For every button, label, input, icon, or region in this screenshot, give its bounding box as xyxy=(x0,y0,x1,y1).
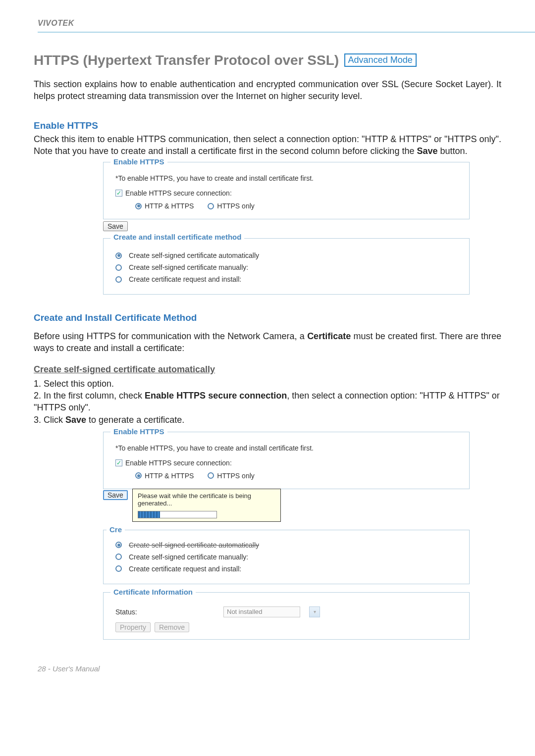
header-divider xyxy=(38,32,535,33)
status-value-field: Not installed xyxy=(223,606,300,617)
chevron-down-icon: ▾ xyxy=(314,609,316,614)
enable-body-2: button. xyxy=(437,146,467,156)
radio-label-1-2: HTTP & HTTPS xyxy=(145,472,194,480)
cert-method-fieldset-2: Cre Create self-signed certificate autom… xyxy=(103,530,470,584)
radio-icon xyxy=(115,554,122,560)
cert-option-request-label-2: Create certificate request and install: xyxy=(129,565,241,573)
step-1: 1. Select this option. xyxy=(34,378,501,390)
enable-https-checkbox-label: Enable HTTPS secure connection: xyxy=(125,189,232,197)
cert-body-1: Before using HTTPS for communication wit… xyxy=(34,331,307,341)
auto-cert-steps: 1. Select this option. 2. In the first c… xyxy=(34,378,501,426)
cert-body-bold: Certificate xyxy=(307,331,351,341)
cert-method-fieldset: Create and install certificate method Cr… xyxy=(103,238,470,295)
cert-option-request[interactable]: Create certificate request and install: xyxy=(115,275,461,283)
cert-option-manual-label: Create self-signed certificate manually: xyxy=(129,263,248,271)
radio-https-only-2[interactable]: HTTPS only xyxy=(208,472,254,480)
radio-label-1: HTTP & HTTPS xyxy=(145,202,194,210)
save-button[interactable]: Save xyxy=(103,221,128,231)
cert-option-manual-2[interactable]: Create self-signed certificate manually: xyxy=(115,553,461,561)
enable-https-legend-2: Enable HTTPS xyxy=(110,427,167,436)
cert-method-heading: Create and Install Certificate Method xyxy=(34,312,501,323)
radio-label-2: HTTPS only xyxy=(217,202,254,210)
enable-https-hint-2: *To enable HTTPS, you have to create and… xyxy=(115,444,457,452)
radio-http-and-https-2[interactable]: HTTP & HTTPS xyxy=(135,472,194,480)
remove-button: Remove xyxy=(155,622,189,632)
page-footer: 28 - User's Manual xyxy=(0,664,535,693)
enable-https-checkbox-row[interactable]: ✓ Enable HTTPS secure connection: xyxy=(115,189,461,197)
enable-body-bold: Save xyxy=(417,146,437,156)
radio-icon xyxy=(115,565,122,572)
cert-method-legend-partial: Cre xyxy=(107,525,125,534)
enable-https-legend: Enable HTTPS xyxy=(110,157,167,166)
radio-icon xyxy=(115,252,122,259)
radio-icon xyxy=(135,472,142,479)
radio-icon xyxy=(208,472,214,479)
enable-https-hint: *To enable HTTPS, you have to create and… xyxy=(115,174,457,182)
brand-label: VIVOTEK xyxy=(38,19,535,28)
cert-option-auto-label-struck: Create self-signed certificate automatic… xyxy=(129,541,259,549)
cert-option-manual[interactable]: Create self-signed certificate manually: xyxy=(115,263,461,271)
cert-option-auto-label: Create self-signed certificate automatic… xyxy=(129,252,259,259)
tooltip-text: Please wait while the certificate is bei… xyxy=(138,492,275,507)
auto-cert-subheading: Create self-signed certificate automatic… xyxy=(34,364,501,375)
enable-https-checkbox[interactable]: ✓ xyxy=(115,190,122,197)
enable-https-fieldset-2: Enable HTTPS *To enable HTTPS, you have … xyxy=(103,432,470,489)
enable-https-panel-1: Enable HTTPS *To enable HTTPS, you have … xyxy=(103,162,470,295)
cert-option-request-label: Create certificate request and install: xyxy=(129,275,241,283)
intro-paragraph: This section explains how to enable auth… xyxy=(34,78,501,102)
status-dropdown-button: ▾ xyxy=(309,606,320,617)
enable-https-checkbox[interactable]: ✓ xyxy=(115,459,122,466)
enable-https-panel-2: Enable HTTPS *To enable HTTPS, you have … xyxy=(103,432,470,640)
progress-bar xyxy=(138,511,217,518)
status-label: Status: xyxy=(115,608,214,616)
cert-option-auto[interactable]: Create self-signed certificate automatic… xyxy=(115,252,461,259)
enable-https-checkbox-row-2[interactable]: ✓ Enable HTTPS secure connection: xyxy=(115,459,461,467)
enable-https-fieldset: Enable HTTPS *To enable HTTPS, you have … xyxy=(103,162,470,219)
radio-http-and-https[interactable]: HTTP & HTTPS xyxy=(135,202,194,210)
radio-icon xyxy=(115,542,122,548)
cert-info-legend: Certificate Information xyxy=(110,588,196,596)
enable-https-checkbox-label-2: Enable HTTPS secure connection: xyxy=(125,459,232,467)
page-title: HTTPS (Hypertext Transfer Protocol over … xyxy=(34,52,339,68)
radio-icon xyxy=(115,276,122,283)
cert-option-auto-2[interactable]: Create self-signed certificate automatic… xyxy=(115,541,461,549)
step-3: 3. Click Save to generate a certificate. xyxy=(34,414,501,426)
cert-info-fieldset: Certificate Information Status: Not inst… xyxy=(103,592,470,640)
property-button: Property xyxy=(115,622,151,632)
save-button-focused[interactable]: Save xyxy=(103,490,128,500)
radio-icon xyxy=(208,203,214,209)
enable-https-heading: Enable HTTPS xyxy=(34,120,501,131)
radio-icon xyxy=(115,264,122,271)
radio-https-only[interactable]: HTTPS only xyxy=(208,202,254,210)
radio-icon xyxy=(135,203,142,209)
step-2: 2. In the first column, check Enable HTT… xyxy=(34,390,501,414)
cert-method-legend: Create and install certificate method xyxy=(110,233,244,241)
cert-option-request-2[interactable]: Create certificate request and install: xyxy=(115,565,461,573)
advanced-mode-badge: Advanced Mode xyxy=(344,53,417,67)
generating-tooltip: Please wait while the certificate is bei… xyxy=(132,489,281,522)
enable-https-paragraph: Check this item to enable HTTPS communic… xyxy=(34,133,501,157)
cert-method-paragraph: Before using HTTPS for communication wit… xyxy=(34,330,501,354)
radio-label-2-2: HTTPS only xyxy=(217,472,254,480)
progress-fill xyxy=(138,511,160,518)
cert-option-manual-label-2: Create self-signed certificate manually: xyxy=(129,553,248,561)
